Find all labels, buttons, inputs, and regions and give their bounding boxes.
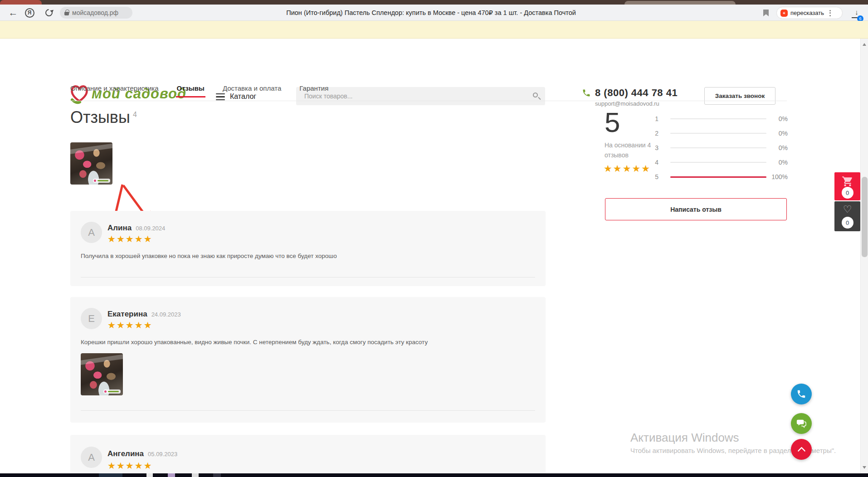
heart-icon: ♡	[834, 204, 860, 215]
retell-label: пересказать	[790, 10, 824, 16]
gpt-icon: «	[780, 10, 788, 17]
review-stars: ★★★★★	[107, 460, 153, 471]
window-top-strip	[0, 0, 868, 5]
browser-tab-highlight	[624, 1, 736, 5]
bar-rating-label: 2	[652, 130, 658, 137]
cart-icon	[841, 175, 854, 187]
bar-rating-label: 3	[652, 144, 658, 151]
review-text: Корешки пришли хорошо упакованные, видно…	[81, 339, 527, 346]
yandex-offer-bar: Y Найдены другие предложения по запросу …	[0, 21, 868, 39]
review-card: А Алина 08.09.2024 ★★★★★ Получила в хоро…	[70, 211, 546, 286]
rating-bars: 1 0% 2 0% 3 0% 4 0% 5 100%	[652, 112, 788, 184]
phone-icon	[582, 88, 591, 97]
rating-bar-row: 2 0%	[652, 126, 788, 141]
review-date: 24.09.2023	[151, 311, 181, 318]
review-text: Получила в хорошей упаковке но пока не з…	[81, 253, 527, 259]
cart-button[interactable]: 0	[834, 172, 860, 200]
rating-bar-row: 1 0%	[652, 112, 788, 126]
chevron-up-icon	[797, 447, 805, 455]
browser-tab-partial[interactable]	[0, 0, 42, 5]
avatar: А	[81, 222, 102, 243]
search-icon[interactable]	[533, 92, 538, 97]
tabs-divider	[70, 101, 787, 101]
browser-page-title: Пион (Ито-гибрид) Пастель Сплендор: купи…	[286, 5, 576, 21]
retell-button[interactable]: « пересказать	[776, 7, 843, 19]
yandex-letter: Я	[25, 8, 34, 18]
rating-bar-row: 4 0%	[652, 155, 788, 170]
review-stars: ★★★★★	[107, 320, 153, 331]
avatar: А	[81, 447, 102, 468]
search-input[interactable]	[304, 87, 522, 105]
back-icon[interactable]: ←	[6, 5, 20, 21]
reviewer-name: Екатерина	[107, 310, 147, 319]
bar-track	[670, 176, 766, 177]
bar-rating-label: 4	[652, 159, 658, 166]
review-card: Е Екатерина 24.09.2023 ★★★★★ Корешки при…	[70, 297, 546, 423]
search-box	[296, 87, 545, 105]
bar-rating-label: 5	[652, 173, 658, 180]
bar-track	[670, 162, 766, 163]
phone-number: 8 (800) 444 78 41	[595, 87, 678, 99]
scrollbar[interactable]	[860, 39, 868, 473]
review-card: А Ангелина 05.09.2023 ★★★★★	[70, 435, 546, 477]
write-review-button[interactable]: Написать отзыв	[605, 198, 787, 220]
reviewer-name: Алина	[107, 224, 132, 233]
bar-percent: 0%	[766, 115, 788, 122]
scroll-up-arrow[interactable]	[863, 41, 866, 46]
scrollbar-thumb[interactable]	[862, 177, 868, 257]
bar-rating-label: 1	[652, 115, 658, 122]
cart-count-badge: 0	[842, 187, 853, 199]
toolbar-menu-icon[interactable]	[829, 10, 831, 16]
tab-reviews[interactable]: Отзывы	[177, 84, 205, 100]
address-bar[interactable]: мойсадовод.рф	[60, 7, 132, 19]
bar-track	[670, 133, 766, 134]
screen: ← Я мойсадовод.рф Пион (Ито-гибрид) Паст…	[0, 0, 868, 477]
review-date: 08.09.2024	[136, 225, 165, 232]
reviews-count: 4	[133, 111, 137, 118]
summary-stars: ★★★★★	[604, 163, 651, 174]
windows-activation-title: Активация Windows	[630, 431, 739, 445]
review-photo-thumbnail[interactable]	[81, 353, 123, 395]
callback-fab[interactable]	[791, 384, 812, 404]
chat-fab[interactable]	[791, 413, 812, 434]
review-date: 05.09.2023	[148, 451, 177, 458]
chat-icon	[796, 419, 807, 428]
reviews-title: Отзывы4	[70, 108, 137, 127]
tab-description[interactable]: Описание и характеристика	[70, 84, 159, 100]
bar-track	[670, 147, 766, 148]
bookmark-icon[interactable]	[763, 10, 769, 16]
avatar: Е	[81, 308, 102, 329]
divider	[81, 410, 535, 411]
review-photo-thumbnail[interactable]	[70, 142, 112, 185]
favorites-count-badge: 0	[842, 217, 853, 229]
url-text: мойсадовод.рф	[72, 9, 118, 16]
bar-percent: 0%	[766, 144, 788, 151]
reload-icon[interactable]	[43, 5, 55, 21]
product-tabs: Описание и характеристика Отзывы Доставк…	[70, 84, 328, 100]
bar-percent: 0%	[766, 159, 788, 166]
review-stars: ★★★★★	[107, 234, 153, 244]
bar-track	[670, 118, 766, 119]
rating-bar-row: 3 0%	[652, 141, 788, 155]
rating-bar-row: 5 100%	[652, 170, 788, 184]
browser-toolbar: ← Я мойсадовод.рф Пион (Ито-гибрид) Паст…	[0, 5, 868, 21]
bar-percent: 0%	[766, 130, 788, 137]
divider	[81, 277, 535, 277]
favorites-button[interactable]: ♡ 0	[834, 201, 860, 231]
site-header: мой садовод Каталог 8 (800) 444 78 41 su…	[0, 39, 868, 77]
yandex-browser-icon[interactable]: Я	[24, 5, 35, 21]
bar-percent: 100%	[766, 173, 788, 180]
tab-warranty[interactable]: Гарантия	[299, 84, 328, 100]
phone-icon	[796, 389, 806, 399]
windows-taskbar-edge	[0, 473, 868, 477]
scroll-to-top-fab[interactable]	[791, 439, 812, 460]
phone-block[interactable]: 8 (800) 444 78 41	[582, 87, 678, 99]
tab-delivery[interactable]: Доставка и оплата	[223, 84, 281, 100]
average-rating: 5	[605, 106, 620, 138]
reviewer-name: Ангелина	[107, 449, 144, 458]
lock-icon	[64, 12, 69, 15]
order-call-button[interactable]: Заказать звонок	[704, 87, 775, 105]
scroll-down-arrow[interactable]	[863, 466, 866, 471]
